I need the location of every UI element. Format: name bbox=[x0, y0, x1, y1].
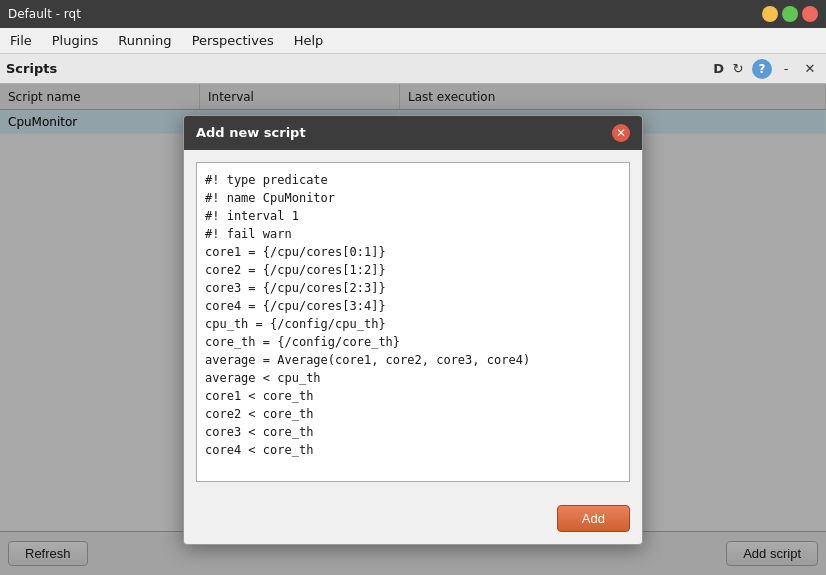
modal-overlay: Add new script ✕ Add bbox=[0, 84, 826, 575]
menu-help[interactable]: Help bbox=[284, 31, 334, 50]
maximize-button[interactable] bbox=[782, 6, 798, 22]
main-content: Scripts D ↻ ? - ✕ Script name Interval L… bbox=[0, 54, 826, 575]
panel-header: Scripts D ↻ ? - ✕ bbox=[0, 54, 826, 84]
close-button[interactable] bbox=[802, 6, 818, 22]
modal-footer: Add bbox=[184, 497, 642, 544]
modal-header: Add new script ✕ bbox=[184, 116, 642, 150]
panel-controls: D ↻ ? - ✕ bbox=[713, 59, 820, 79]
add-script-modal: Add new script ✕ Add bbox=[183, 115, 643, 545]
dash-icon[interactable]: - bbox=[776, 59, 796, 79]
d-icon: D bbox=[713, 61, 724, 76]
panel-close-icon[interactable]: ✕ bbox=[800, 59, 820, 79]
help-icon[interactable]: ? bbox=[752, 59, 772, 79]
menubar: File Plugins Running Perspectives Help bbox=[0, 28, 826, 54]
modal-close-button[interactable]: ✕ bbox=[612, 124, 630, 142]
minimize-button[interactable] bbox=[762, 6, 778, 22]
menu-plugins[interactable]: Plugins bbox=[42, 31, 109, 50]
menu-running[interactable]: Running bbox=[108, 31, 181, 50]
script-content-textarea[interactable] bbox=[196, 162, 630, 482]
window-title: Default - rqt bbox=[8, 7, 81, 21]
add-button[interactable]: Add bbox=[557, 505, 630, 532]
titlebar: Default - rqt bbox=[0, 0, 826, 28]
window-controls bbox=[762, 6, 818, 22]
menu-perspectives[interactable]: Perspectives bbox=[182, 31, 284, 50]
menu-file[interactable]: File bbox=[0, 31, 42, 50]
scripts-container: Script name Interval Last execution CpuM… bbox=[0, 84, 826, 575]
modal-title: Add new script bbox=[196, 125, 306, 140]
modal-body bbox=[184, 150, 642, 497]
refresh-icon[interactable]: ↻ bbox=[728, 59, 748, 79]
panel-title: Scripts bbox=[6, 61, 57, 76]
